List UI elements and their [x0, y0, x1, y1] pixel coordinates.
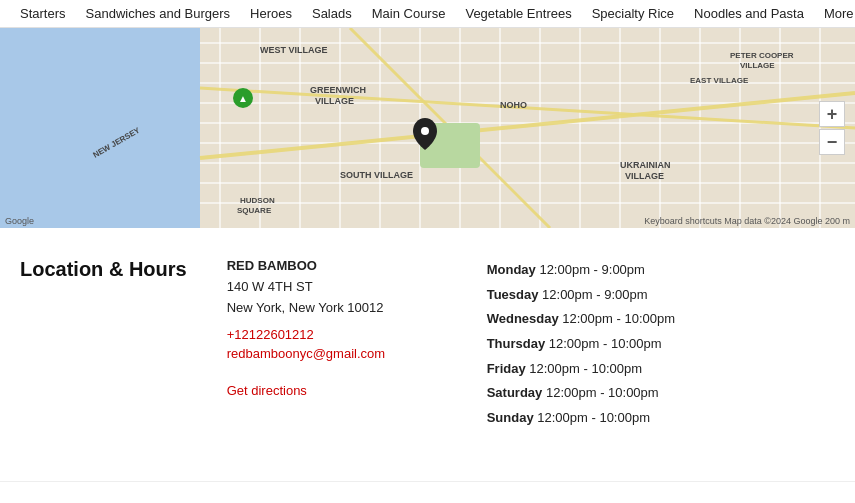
- hours-row: Tuesday 12:00pm - 9:00pm: [487, 283, 675, 308]
- svg-text:VILLAGE: VILLAGE: [315, 96, 354, 106]
- directions-link[interactable]: Get directions: [227, 383, 447, 398]
- svg-text:GREENWICH: GREENWICH: [310, 85, 366, 95]
- svg-text:VILLAGE: VILLAGE: [740, 61, 775, 70]
- nav-item-more[interactable]: More: [814, 0, 855, 28]
- zoom-out-button[interactable]: −: [819, 129, 845, 155]
- address-line2: New York, New York 10012: [227, 300, 384, 315]
- svg-text:PETER COOPER: PETER COOPER: [730, 51, 794, 60]
- hours-row: Friday 12:00pm - 10:00pm: [487, 357, 675, 382]
- svg-text:HUDSON: HUDSON: [240, 196, 275, 205]
- nav-item-main-course[interactable]: Main Course: [362, 0, 456, 28]
- navigation: StartersSandwiches and BurgersHeroesSala…: [0, 0, 855, 28]
- svg-text:EAST VILLAGE: EAST VILLAGE: [690, 76, 749, 85]
- address-line1: 140 W 4TH ST: [227, 279, 313, 294]
- footer: RED BAM BOO f: [0, 481, 855, 503]
- nav-item-starters[interactable]: Starters: [10, 0, 76, 28]
- phone-link[interactable]: +12122601212: [227, 327, 447, 342]
- svg-text:▲: ▲: [238, 93, 248, 104]
- hours-row: Sunday 12:00pm - 10:00pm: [487, 406, 675, 431]
- svg-point-45: [421, 127, 429, 135]
- nav-item-vegetable-entrees[interactable]: Vegetable Entrees: [455, 0, 581, 28]
- zoom-in-button[interactable]: +: [819, 101, 845, 127]
- svg-text:UKRAINIAN: UKRAINIAN: [620, 160, 671, 170]
- hours-row: Thursday 12:00pm - 10:00pm: [487, 332, 675, 357]
- svg-text:WEST VILLAGE: WEST VILLAGE: [260, 45, 328, 55]
- map-google-label: Google: [5, 216, 34, 226]
- location-details: RED BAMBOO 140 W 4TH ST New York, New Yo…: [227, 258, 447, 431]
- address-block: 140 W 4TH ST New York, New York 10012: [227, 277, 447, 319]
- hours-section: Monday 12:00pm - 9:00pmTuesday 12:00pm -…: [487, 258, 675, 431]
- hours-row: Monday 12:00pm - 9:00pm: [487, 258, 675, 283]
- nav-item-heroes[interactable]: Heroes: [240, 0, 302, 28]
- map-container: GREENWICH VILLAGE SOUTH VILLAGE NOHO UKR…: [0, 28, 855, 228]
- hours-row: Wednesday 12:00pm - 10:00pm: [487, 307, 675, 332]
- svg-text:SOUTH VILLAGE: SOUTH VILLAGE: [340, 170, 413, 180]
- location-section: Location & Hours RED BAMBOO 140 W 4TH ST…: [0, 228, 855, 461]
- map-controls: + −: [819, 101, 845, 155]
- svg-text:VILLAGE: VILLAGE: [625, 171, 664, 181]
- svg-rect-1: [0, 28, 200, 228]
- svg-text:SQUARE: SQUARE: [237, 206, 272, 215]
- svg-text:NOHO: NOHO: [500, 100, 527, 110]
- nav-item-noodles[interactable]: Noodles and Pasta: [684, 0, 814, 28]
- location-title: Location & Hours: [20, 258, 187, 431]
- nav-item-sandwiches[interactable]: Sandwiches and Burgers: [76, 0, 241, 28]
- nav-item-salads[interactable]: Salads: [302, 0, 362, 28]
- email-link[interactable]: redbamboonyc@gmail.com: [227, 346, 447, 361]
- nav-item-specialty-rice[interactable]: Specialty Rice: [582, 0, 684, 28]
- hours-row: Saturday 12:00pm - 10:00pm: [487, 381, 675, 406]
- map-attribution: Keyboard shortcuts Map data ©2024 Google…: [644, 216, 850, 226]
- business-name: RED BAMBOO: [227, 258, 447, 273]
